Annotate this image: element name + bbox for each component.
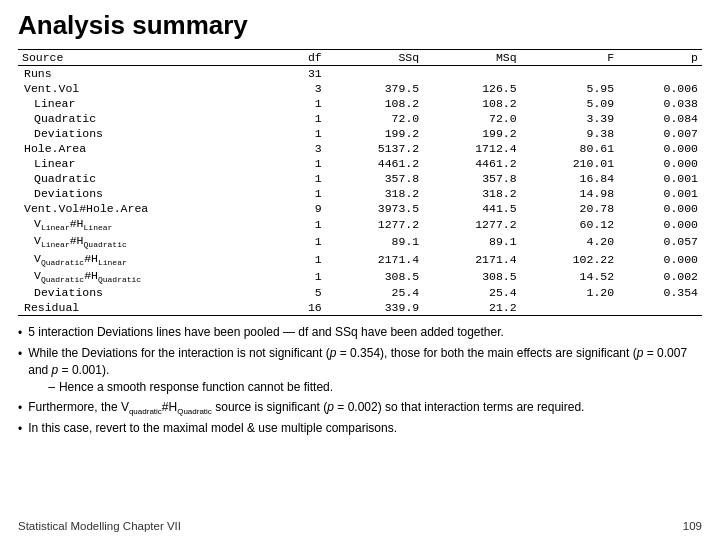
bullet-list: • 5 interaction Deviations lines have be… <box>18 324 702 440</box>
cell-df: 1 <box>283 156 326 171</box>
cell-p: 0.000 <box>618 216 702 233</box>
cell-source: Residual <box>18 300 283 316</box>
cell-source: VLinear#HLinear <box>18 216 283 233</box>
cell-msq: 89.1 <box>423 233 520 250</box>
cell-f: 16.84 <box>521 171 618 186</box>
cell-f: 102.22 <box>521 251 618 268</box>
cell-source: Hole.Area <box>18 141 283 156</box>
cell-msq: 72.0 <box>423 111 520 126</box>
cell-df: 1 <box>283 251 326 268</box>
cell-msq: 1712.4 <box>423 141 520 156</box>
cell-source: VQuadratic#HQuadratic <box>18 268 283 285</box>
cell-ssq: 199.2 <box>326 126 423 141</box>
cell-ssq: 318.2 <box>326 186 423 201</box>
cell-f <box>521 300 618 316</box>
cell-f: 210.01 <box>521 156 618 171</box>
table-row: VLinear#HQuadratic189.189.14.200.057 <box>18 233 702 250</box>
cell-p: 0.084 <box>618 111 702 126</box>
cell-df: 1 <box>283 268 326 285</box>
bullet-dot-4: • <box>18 421 22 438</box>
cell-df: 3 <box>283 141 326 156</box>
cell-ssq: 379.5 <box>326 81 423 96</box>
table-header-row: Source df SSq MSq F p <box>18 50 702 66</box>
cell-ssq: 89.1 <box>326 233 423 250</box>
cell-ssq: 72.0 <box>326 111 423 126</box>
cell-ssq: 108.2 <box>326 96 423 111</box>
bullet-2: • While the Deviations for the interacti… <box>18 345 702 397</box>
cell-p <box>618 300 702 316</box>
cell-f: 14.98 <box>521 186 618 201</box>
cell-f: 3.39 <box>521 111 618 126</box>
cell-df: 16 <box>283 300 326 316</box>
cell-msq: 1277.2 <box>423 216 520 233</box>
analysis-table: Source df SSq MSq F p Runs31Vent.Vol3379… <box>18 49 702 316</box>
bullet-4: • In this case, revert to the maximal mo… <box>18 420 702 438</box>
table-row: Vent.Vol#Hole.Area93973.5441.520.780.000 <box>18 201 702 216</box>
analysis-table-container: Source df SSq MSq F p Runs31Vent.Vol3379… <box>18 49 702 316</box>
table-row: Vent.Vol3379.5126.55.950.006 <box>18 81 702 96</box>
cell-source: Linear <box>18 156 283 171</box>
cell-msq: 126.5 <box>423 81 520 96</box>
page: Analysis summary Source df SSq MSq F p R… <box>0 0 720 540</box>
cell-ssq: 25.4 <box>326 285 423 300</box>
cell-f: 1.20 <box>521 285 618 300</box>
cell-f <box>521 66 618 82</box>
cell-source: Vent.Vol <box>18 81 283 96</box>
cell-p: 0.057 <box>618 233 702 250</box>
table-row: Deviations1199.2199.29.380.007 <box>18 126 702 141</box>
sub-bullet-2: – Hence a smooth response function canno… <box>28 379 702 396</box>
table-row: Runs31 <box>18 66 702 82</box>
table-row: Linear1108.2108.25.090.038 <box>18 96 702 111</box>
cell-ssq: 5137.2 <box>326 141 423 156</box>
cell-p: 0.006 <box>618 81 702 96</box>
cell-p: 0.354 <box>618 285 702 300</box>
cell-source: VQuadratic#HLinear <box>18 251 283 268</box>
cell-f: 5.95 <box>521 81 618 96</box>
cell-f: 9.38 <box>521 126 618 141</box>
cell-ssq: 357.8 <box>326 171 423 186</box>
bullet-1: • 5 interaction Deviations lines have be… <box>18 324 702 342</box>
cell-source: Runs <box>18 66 283 82</box>
bullet-text-1: 5 interaction Deviations lines have been… <box>28 324 702 341</box>
table-row: VLinear#HLinear11277.21277.260.120.000 <box>18 216 702 233</box>
table-row: Deviations1318.2318.214.980.001 <box>18 186 702 201</box>
cell-ssq: 339.9 <box>326 300 423 316</box>
cell-df: 1 <box>283 111 326 126</box>
cell-msq: 441.5 <box>423 201 520 216</box>
cell-f: 14.52 <box>521 268 618 285</box>
cell-df: 1 <box>283 216 326 233</box>
cell-p: 0.000 <box>618 141 702 156</box>
cell-source: Linear <box>18 96 283 111</box>
cell-msq: 199.2 <box>423 126 520 141</box>
cell-source: VLinear#HQuadratic <box>18 233 283 250</box>
cell-source: Deviations <box>18 186 283 201</box>
cell-msq <box>423 66 520 82</box>
cell-df: 1 <box>283 96 326 111</box>
cell-msq: 318.2 <box>423 186 520 201</box>
bullet-3: • Furthermore, the Vquadratic#HQuadratic… <box>18 399 702 418</box>
cell-df: 3 <box>283 81 326 96</box>
cell-ssq: 2171.4 <box>326 251 423 268</box>
bullet-text-3: Furthermore, the Vquadratic#HQuadratic s… <box>28 399 702 418</box>
bullet-dot-1: • <box>18 325 22 342</box>
cell-msq: 308.5 <box>423 268 520 285</box>
cell-source: Deviations <box>18 126 283 141</box>
cell-df: 1 <box>283 171 326 186</box>
col-p: p <box>618 50 702 66</box>
col-df: df <box>283 50 326 66</box>
cell-ssq: 1277.2 <box>326 216 423 233</box>
table-row: Hole.Area35137.21712.480.610.000 <box>18 141 702 156</box>
cell-p: 0.001 <box>618 171 702 186</box>
cell-p: 0.001 <box>618 186 702 201</box>
sub-bullet-text-2: Hence a smooth response function cannot … <box>59 379 333 396</box>
cell-p: 0.002 <box>618 268 702 285</box>
cell-ssq: 3973.5 <box>326 201 423 216</box>
cell-df: 1 <box>283 233 326 250</box>
cell-p: 0.000 <box>618 156 702 171</box>
cell-source: Deviations <box>18 285 283 300</box>
table-row: Quadratic172.072.03.390.084 <box>18 111 702 126</box>
cell-msq: 4461.2 <box>423 156 520 171</box>
cell-msq: 108.2 <box>423 96 520 111</box>
footer-right: 109 <box>683 520 702 532</box>
bullet-dot-3: • <box>18 400 22 417</box>
